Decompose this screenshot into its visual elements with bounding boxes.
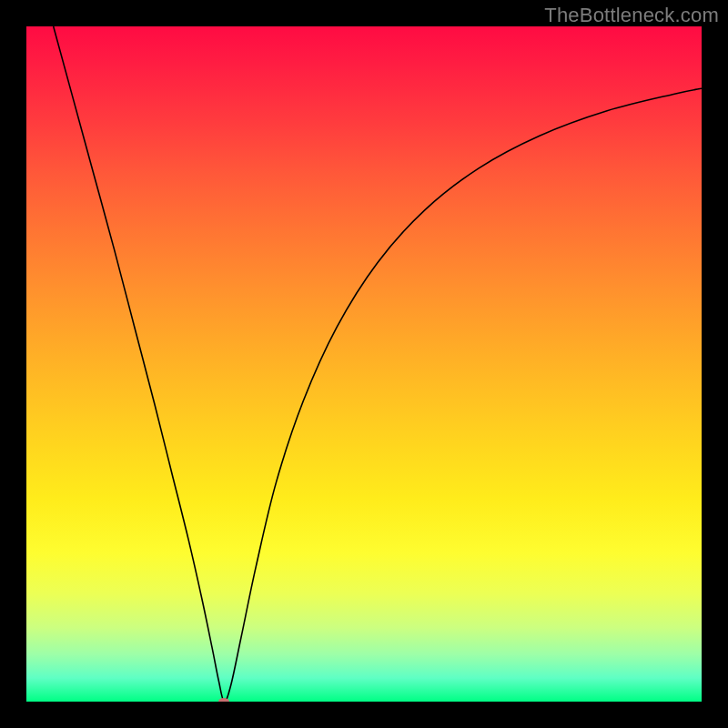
bottleneck-curve: [26, 26, 702, 702]
minimum-marker: [218, 698, 229, 702]
watermark-text: TheBottleneck.com: [544, 4, 719, 27]
chart-stage: TheBottleneck.com: [0, 0, 728, 728]
plot-area: [26, 26, 702, 702]
